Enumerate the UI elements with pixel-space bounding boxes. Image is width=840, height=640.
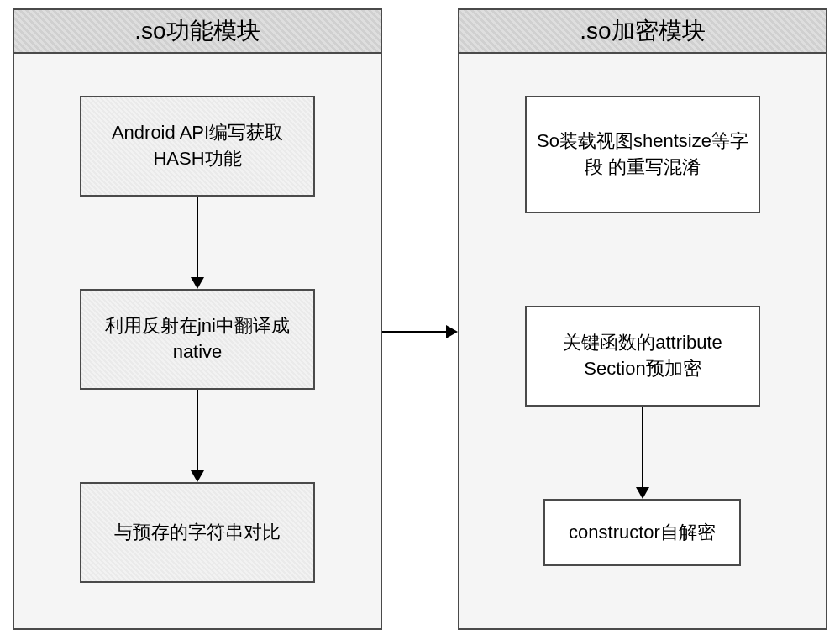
arrow-line (197, 390, 198, 470)
box-label: Android API编写获取HASH功能 (88, 120, 307, 172)
flow-box-android-api: Android API编写获取HASH功能 (80, 96, 315, 197)
flow-box-jni-reflect: 利用反射在jni中翻译成native (80, 289, 315, 390)
arrow-head-icon (446, 325, 458, 338)
arrow-head-icon (191, 277, 204, 289)
flow-box-attribute-section: 关键函数的attribute Section预加密 (525, 306, 760, 407)
right-module-body: So装载视图shentsize等字段 的重写混淆 关键函数的attribute … (459, 54, 826, 632)
box-label: 关键函数的attribute Section预加密 (533, 330, 752, 382)
right-module-title: .so加密模块 (459, 10, 826, 54)
box-label: constructor自解密 (569, 520, 716, 546)
arrow-line (382, 331, 446, 333)
box-label: 利用反射在jni中翻译成native (88, 313, 307, 365)
arrow-head-icon (191, 470, 204, 482)
arrow-head-icon (636, 487, 649, 499)
flow-box-constructor: constructor自解密 (543, 499, 741, 566)
left-module-body: Android API编写获取HASH功能 利用反射在jni中翻译成native… (14, 54, 381, 632)
arrow-line (642, 407, 643, 487)
arrow-line (197, 197, 198, 277)
flow-box-shentsize: So装载视图shentsize等字段 的重写混淆 (525, 96, 760, 213)
right-module: .so加密模块 So装载视图shentsize等字段 的重写混淆 关键函数的at… (458, 8, 827, 630)
flow-box-compare-string: 与预存的字符串对比 (80, 482, 315, 583)
left-module: .so功能模块 Android API编写获取HASH功能 利用反射在jni中翻… (13, 8, 382, 630)
box-label: 与预存的字符串对比 (114, 520, 281, 546)
box-label: So装载视图shentsize等字段 的重写混淆 (533, 129, 752, 181)
left-module-title: .so功能模块 (14, 10, 381, 54)
